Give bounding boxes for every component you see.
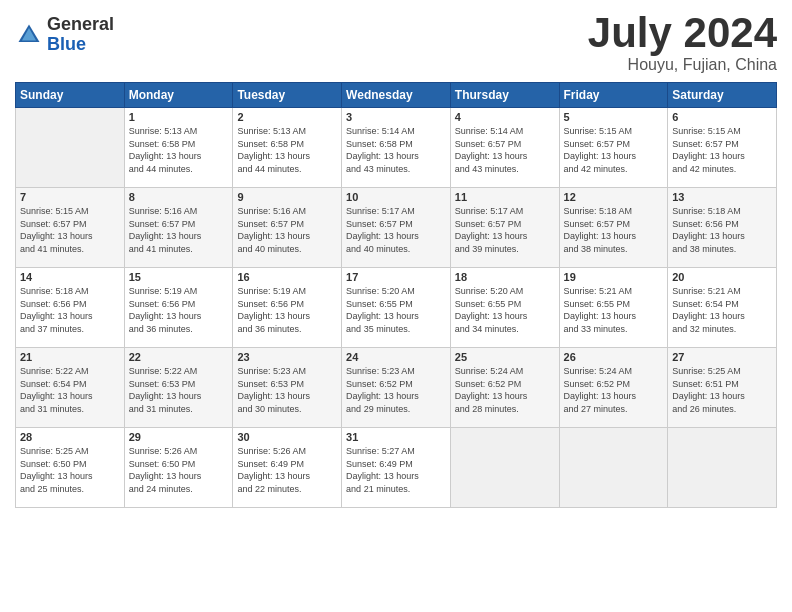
day-info: Sunrise: 5:22 AM Sunset: 6:54 PM Dayligh… bbox=[20, 365, 120, 415]
day-info: Sunrise: 5:14 AM Sunset: 6:58 PM Dayligh… bbox=[346, 125, 446, 175]
day-cell bbox=[16, 108, 125, 188]
day-info: Sunrise: 5:15 AM Sunset: 6:57 PM Dayligh… bbox=[20, 205, 120, 255]
day-cell: 4Sunrise: 5:14 AM Sunset: 6:57 PM Daylig… bbox=[450, 108, 559, 188]
calendar-body: 1Sunrise: 5:13 AM Sunset: 6:58 PM Daylig… bbox=[16, 108, 777, 508]
location: Houyu, Fujian, China bbox=[588, 56, 777, 74]
day-number: 3 bbox=[346, 111, 446, 123]
day-number: 29 bbox=[129, 431, 229, 443]
day-number: 9 bbox=[237, 191, 337, 203]
day-info: Sunrise: 5:24 AM Sunset: 6:52 PM Dayligh… bbox=[564, 365, 664, 415]
day-cell: 19Sunrise: 5:21 AM Sunset: 6:55 PM Dayli… bbox=[559, 268, 668, 348]
day-number: 13 bbox=[672, 191, 772, 203]
day-number: 15 bbox=[129, 271, 229, 283]
day-cell: 30Sunrise: 5:26 AM Sunset: 6:49 PM Dayli… bbox=[233, 428, 342, 508]
logo-icon bbox=[15, 21, 43, 49]
day-number: 12 bbox=[564, 191, 664, 203]
day-number: 30 bbox=[237, 431, 337, 443]
day-cell: 12Sunrise: 5:18 AM Sunset: 6:57 PM Dayli… bbox=[559, 188, 668, 268]
column-header-wednesday: Wednesday bbox=[342, 83, 451, 108]
week-row-2: 7Sunrise: 5:15 AM Sunset: 6:57 PM Daylig… bbox=[16, 188, 777, 268]
day-number: 21 bbox=[20, 351, 120, 363]
day-info: Sunrise: 5:13 AM Sunset: 6:58 PM Dayligh… bbox=[237, 125, 337, 175]
day-number: 2 bbox=[237, 111, 337, 123]
day-info: Sunrise: 5:16 AM Sunset: 6:57 PM Dayligh… bbox=[129, 205, 229, 255]
day-cell: 7Sunrise: 5:15 AM Sunset: 6:57 PM Daylig… bbox=[16, 188, 125, 268]
day-number: 6 bbox=[672, 111, 772, 123]
column-header-sunday: Sunday bbox=[16, 83, 125, 108]
day-info: Sunrise: 5:26 AM Sunset: 6:49 PM Dayligh… bbox=[237, 445, 337, 495]
day-cell: 15Sunrise: 5:19 AM Sunset: 6:56 PM Dayli… bbox=[124, 268, 233, 348]
week-row-3: 14Sunrise: 5:18 AM Sunset: 6:56 PM Dayli… bbox=[16, 268, 777, 348]
logo-blue: Blue bbox=[47, 35, 114, 55]
day-info: Sunrise: 5:26 AM Sunset: 6:50 PM Dayligh… bbox=[129, 445, 229, 495]
day-number: 22 bbox=[129, 351, 229, 363]
day-cell: 5Sunrise: 5:15 AM Sunset: 6:57 PM Daylig… bbox=[559, 108, 668, 188]
week-row-1: 1Sunrise: 5:13 AM Sunset: 6:58 PM Daylig… bbox=[16, 108, 777, 188]
day-info: Sunrise: 5:21 AM Sunset: 6:55 PM Dayligh… bbox=[564, 285, 664, 335]
day-info: Sunrise: 5:17 AM Sunset: 6:57 PM Dayligh… bbox=[346, 205, 446, 255]
day-number: 14 bbox=[20, 271, 120, 283]
day-cell: 1Sunrise: 5:13 AM Sunset: 6:58 PM Daylig… bbox=[124, 108, 233, 188]
day-info: Sunrise: 5:19 AM Sunset: 6:56 PM Dayligh… bbox=[237, 285, 337, 335]
day-info: Sunrise: 5:18 AM Sunset: 6:56 PM Dayligh… bbox=[672, 205, 772, 255]
page-container: General Blue July 2024 Houyu, Fujian, Ch… bbox=[0, 0, 792, 518]
day-info: Sunrise: 5:25 AM Sunset: 6:50 PM Dayligh… bbox=[20, 445, 120, 495]
day-cell: 18Sunrise: 5:20 AM Sunset: 6:55 PM Dayli… bbox=[450, 268, 559, 348]
day-info: Sunrise: 5:15 AM Sunset: 6:57 PM Dayligh… bbox=[672, 125, 772, 175]
day-number: 20 bbox=[672, 271, 772, 283]
day-cell: 6Sunrise: 5:15 AM Sunset: 6:57 PM Daylig… bbox=[668, 108, 777, 188]
day-info: Sunrise: 5:21 AM Sunset: 6:54 PM Dayligh… bbox=[672, 285, 772, 335]
day-info: Sunrise: 5:18 AM Sunset: 6:57 PM Dayligh… bbox=[564, 205, 664, 255]
logo-general: General bbox=[47, 15, 114, 35]
day-info: Sunrise: 5:22 AM Sunset: 6:53 PM Dayligh… bbox=[129, 365, 229, 415]
day-number: 16 bbox=[237, 271, 337, 283]
day-number: 19 bbox=[564, 271, 664, 283]
day-info: Sunrise: 5:25 AM Sunset: 6:51 PM Dayligh… bbox=[672, 365, 772, 415]
calendar-header: SundayMondayTuesdayWednesdayThursdayFrid… bbox=[16, 83, 777, 108]
header-row: SundayMondayTuesdayWednesdayThursdayFrid… bbox=[16, 83, 777, 108]
day-cell: 8Sunrise: 5:16 AM Sunset: 6:57 PM Daylig… bbox=[124, 188, 233, 268]
day-number: 4 bbox=[455, 111, 555, 123]
day-number: 27 bbox=[672, 351, 772, 363]
day-cell: 27Sunrise: 5:25 AM Sunset: 6:51 PM Dayli… bbox=[668, 348, 777, 428]
day-info: Sunrise: 5:17 AM Sunset: 6:57 PM Dayligh… bbox=[455, 205, 555, 255]
column-header-saturday: Saturday bbox=[668, 83, 777, 108]
day-number: 18 bbox=[455, 271, 555, 283]
day-cell: 23Sunrise: 5:23 AM Sunset: 6:53 PM Dayli… bbox=[233, 348, 342, 428]
day-number: 31 bbox=[346, 431, 446, 443]
day-cell: 26Sunrise: 5:24 AM Sunset: 6:52 PM Dayli… bbox=[559, 348, 668, 428]
title-area: July 2024 Houyu, Fujian, China bbox=[588, 10, 777, 74]
day-cell: 14Sunrise: 5:18 AM Sunset: 6:56 PM Dayli… bbox=[16, 268, 125, 348]
day-cell: 21Sunrise: 5:22 AM Sunset: 6:54 PM Dayli… bbox=[16, 348, 125, 428]
day-cell: 28Sunrise: 5:25 AM Sunset: 6:50 PM Dayli… bbox=[16, 428, 125, 508]
day-cell: 25Sunrise: 5:24 AM Sunset: 6:52 PM Dayli… bbox=[450, 348, 559, 428]
day-info: Sunrise: 5:16 AM Sunset: 6:57 PM Dayligh… bbox=[237, 205, 337, 255]
column-header-tuesday: Tuesday bbox=[233, 83, 342, 108]
day-cell: 20Sunrise: 5:21 AM Sunset: 6:54 PM Dayli… bbox=[668, 268, 777, 348]
day-info: Sunrise: 5:24 AM Sunset: 6:52 PM Dayligh… bbox=[455, 365, 555, 415]
day-cell: 2Sunrise: 5:13 AM Sunset: 6:58 PM Daylig… bbox=[233, 108, 342, 188]
week-row-4: 21Sunrise: 5:22 AM Sunset: 6:54 PM Dayli… bbox=[16, 348, 777, 428]
calendar-table: SundayMondayTuesdayWednesdayThursdayFrid… bbox=[15, 82, 777, 508]
logo: General Blue bbox=[15, 15, 114, 55]
logo-text: General Blue bbox=[47, 15, 114, 55]
day-cell: 31Sunrise: 5:27 AM Sunset: 6:49 PM Dayli… bbox=[342, 428, 451, 508]
day-cell: 13Sunrise: 5:18 AM Sunset: 6:56 PM Dayli… bbox=[668, 188, 777, 268]
day-number: 25 bbox=[455, 351, 555, 363]
day-number: 24 bbox=[346, 351, 446, 363]
week-row-5: 28Sunrise: 5:25 AM Sunset: 6:50 PM Dayli… bbox=[16, 428, 777, 508]
column-header-thursday: Thursday bbox=[450, 83, 559, 108]
day-info: Sunrise: 5:14 AM Sunset: 6:57 PM Dayligh… bbox=[455, 125, 555, 175]
day-cell: 16Sunrise: 5:19 AM Sunset: 6:56 PM Dayli… bbox=[233, 268, 342, 348]
day-info: Sunrise: 5:13 AM Sunset: 6:58 PM Dayligh… bbox=[129, 125, 229, 175]
column-header-monday: Monday bbox=[124, 83, 233, 108]
day-number: 8 bbox=[129, 191, 229, 203]
day-number: 28 bbox=[20, 431, 120, 443]
day-cell: 29Sunrise: 5:26 AM Sunset: 6:50 PM Dayli… bbox=[124, 428, 233, 508]
day-cell: 10Sunrise: 5:17 AM Sunset: 6:57 PM Dayli… bbox=[342, 188, 451, 268]
day-info: Sunrise: 5:20 AM Sunset: 6:55 PM Dayligh… bbox=[455, 285, 555, 335]
day-info: Sunrise: 5:23 AM Sunset: 6:53 PM Dayligh… bbox=[237, 365, 337, 415]
day-number: 23 bbox=[237, 351, 337, 363]
day-number: 5 bbox=[564, 111, 664, 123]
day-cell bbox=[668, 428, 777, 508]
